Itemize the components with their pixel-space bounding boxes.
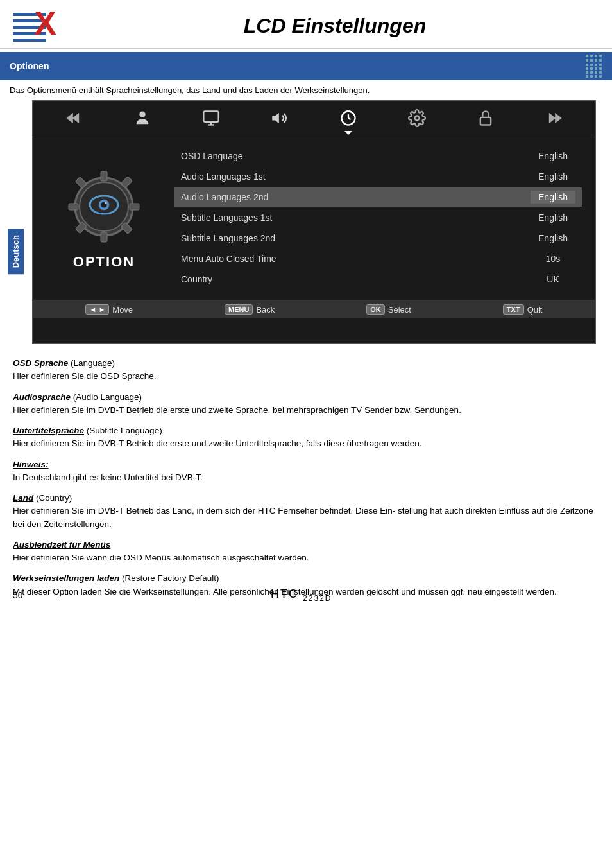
menu-item-value: UK	[531, 273, 575, 286]
nav-back: MENU Back	[225, 304, 275, 315]
model-name: HTC 2232D	[271, 587, 332, 603]
body-content: OSD Sprache (Language)Hier definieren Si…	[0, 351, 612, 612]
person-icon	[131, 107, 154, 130]
section-title-line: Ausblendzeit für Menüs	[13, 539, 599, 551]
section-subtitle: (Language)	[68, 358, 115, 368]
menu-item-label: Audio Languages 1st	[181, 171, 266, 182]
body-section: Hinweis:In Deutschland gibt es keine Unt…	[13, 458, 599, 485]
section-title: Werkseinstellungen laden	[13, 573, 119, 583]
section-title: Audiosprache	[13, 392, 71, 402]
section-subtitle: (Restore Factory Default)	[119, 573, 219, 583]
menu-item-value: English	[531, 150, 575, 162]
section-title-line: OSD Sprache (Language)	[13, 357, 599, 370]
menu-item-value: 10s	[531, 252, 575, 265]
svg-point-2	[140, 112, 146, 117]
speaker-icon	[268, 107, 291, 130]
body-section: Ausblendzeit für MenüsHier definieren Si…	[13, 539, 599, 565]
svg-line-9	[348, 118, 351, 119]
section-title: OSD Sprache	[13, 358, 68, 368]
section-header: Optionen	[0, 52, 612, 80]
section-title-line: Hinweis:	[13, 458, 599, 471]
svg-point-28	[105, 202, 107, 204]
section-text: In Deutschland gibt es keine Untertitel …	[13, 471, 599, 484]
quit-label: Quit	[527, 305, 543, 315]
rewind-icon	[62, 107, 85, 130]
section-text: Hier definieren Sie wann die OSD Menüs a…	[13, 551, 599, 564]
menu-item-value: English	[531, 191, 575, 204]
section-text: Hier definieren Sie im DVB-T Betrieb das…	[13, 505, 599, 531]
section-subtitle: (Country)	[33, 493, 72, 503]
header-decoration	[586, 55, 602, 78]
menu-row: Menu Auto Closed Time10s	[174, 249, 582, 268]
section-label: Optionen	[10, 61, 49, 71]
page-footer: 50 HTC 2232D	[0, 587, 612, 603]
body-section: OSD Sprache (Language)Hier definieren Si…	[13, 357, 599, 383]
svg-rect-16	[101, 171, 107, 181]
menu-row: CountryUK	[174, 270, 582, 289]
menu-row: OSD LanguageEnglish	[174, 146, 582, 166]
section-subtitle: (Audio Language)	[71, 392, 142, 402]
logo: X	[13, 6, 58, 45]
menu-row: Audio Languages 1stEnglish	[174, 167, 582, 186]
svg-rect-18	[69, 204, 78, 210]
select-key: OK	[366, 304, 385, 315]
section-text: Hier definieren Sie die OSD Sprache.	[13, 370, 599, 383]
option-icon	[62, 165, 146, 248]
osd-panel: OPTION OSD LanguageEnglishAudio Language…	[32, 100, 596, 344]
back-label: Back	[256, 305, 275, 315]
select-label: Select	[388, 305, 411, 315]
section-title-line: Untertitelsprache (Subtitle Language)	[13, 424, 599, 437]
nav-quit: TXT Quit	[503, 304, 543, 315]
section-title: Hinweis:	[13, 460, 49, 469]
menu-item-label: Subtitle Languages 2nd	[181, 233, 275, 243]
quit-key: TXT	[503, 304, 524, 315]
osd-nav-bar: ◄ ► Move MENU Back OK Select TXT Quit	[33, 300, 595, 318]
gear-icon	[405, 107, 429, 130]
page-header: X LCD Einstellungen	[0, 0, 612, 49]
svg-rect-19	[130, 204, 139, 210]
body-section: Audiosprache (Audio Language)Hier defini…	[13, 391, 599, 417]
menu-row: Subtitle Languages 2ndEnglish	[174, 229, 582, 248]
menu-item-label: Audio Languages 2nd	[181, 192, 268, 202]
nav-move: ◄ ► Move	[85, 304, 133, 315]
menu-row: Audio Languages 2ndEnglish	[174, 187, 582, 207]
svg-rect-17	[101, 232, 107, 242]
svg-marker-0	[72, 113, 80, 123]
menu-row: Subtitle Languages 1stEnglish	[174, 208, 582, 227]
section-title: Untertitelsprache	[13, 426, 84, 435]
svg-rect-12	[480, 117, 491, 125]
description-text: Das Optionsmenü enthält Spracheinstellun…	[0, 80, 612, 100]
section-subtitle: (Subtitle Language)	[84, 426, 162, 435]
nav-select: OK Select	[366, 304, 411, 315]
menu-item-label: Subtitle Languages 1st	[181, 213, 272, 223]
sidebar-tab: Deutsch	[8, 229, 24, 274]
forward-icon	[543, 107, 566, 130]
section-text: Hier definieren Sie im DVB-T Betrieb die…	[13, 404, 599, 417]
svg-rect-3	[204, 112, 219, 122]
screen-icon	[200, 107, 223, 130]
svg-marker-1	[67, 113, 74, 123]
page-title: LCD Einstellungen	[71, 14, 599, 38]
menu-item-value: English	[531, 170, 575, 183]
section-title-line: Audiosprache (Audio Language)	[13, 391, 599, 404]
body-section: Land (Country)Hier definieren Sie im DVB…	[13, 492, 599, 531]
menu-item-label: Country	[181, 274, 212, 284]
body-section: Untertitelsprache (Subtitle Language)Hie…	[13, 424, 599, 451]
move-label: Move	[112, 305, 133, 315]
option-label: OPTION	[73, 254, 135, 270]
svg-marker-14	[555, 113, 562, 123]
timer-icon	[337, 107, 360, 130]
section-title-line: Land (Country)	[13, 492, 599, 505]
section-title: Ausblendzeit für Menüs	[13, 540, 110, 550]
page-number: 50	[13, 590, 23, 600]
osd-menu: OSD LanguageEnglishAudio Languages 1stEn…	[168, 142, 588, 293]
move-key: ◄ ►	[85, 304, 109, 315]
back-key: MENU	[225, 304, 253, 315]
section-title-line: Werkseinstellungen laden (Restore Factor…	[13, 572, 599, 585]
osd-option-panel: OPTION	[40, 142, 168, 293]
section-text: Hier definieren Sie im DVB-T Betrieb die…	[13, 437, 599, 450]
menu-item-value: English	[531, 232, 575, 245]
menu-item-value: English	[531, 211, 575, 224]
svg-marker-13	[548, 113, 556, 123]
svg-marker-6	[272, 113, 279, 123]
